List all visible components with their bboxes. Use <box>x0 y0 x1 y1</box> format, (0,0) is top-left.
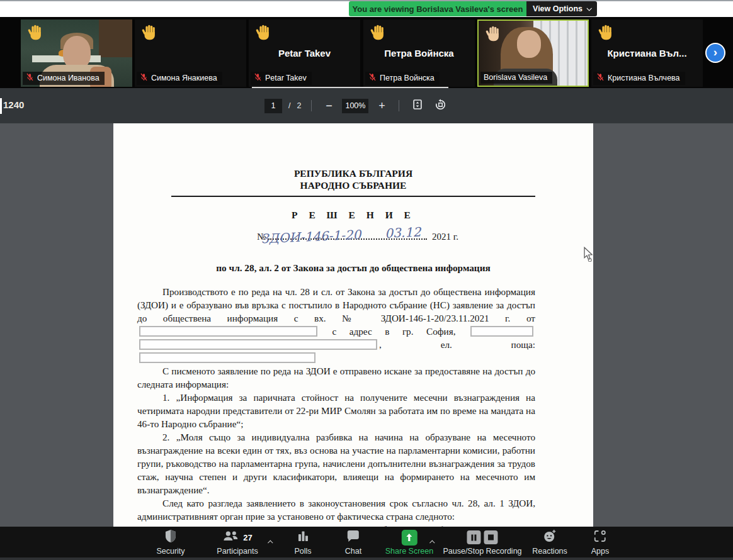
chevron-up-icon <box>429 540 435 545</box>
zoom-out-button[interactable]: − <box>322 99 336 113</box>
pdf-toolbar: 1240 1 / 2 − 100% + <box>0 88 733 123</box>
paragraph-1-text: Производството е по реда на чл. 28 и сл.… <box>137 286 535 323</box>
zoom-meeting-window: You are viewing Borislava Vasileva's scr… <box>0 0 733 560</box>
fit-page-button[interactable] <box>409 98 426 114</box>
share-screen-icon <box>402 530 418 546</box>
paragraph-1-text: , ел. поща: <box>379 339 535 350</box>
participant-tile-simona-yanakieva[interactable]: Симона Янакиева <box>135 20 246 87</box>
share-screen-button[interactable]: Share Screen <box>385 529 433 556</box>
mic-muted-icon <box>596 73 605 83</box>
participant-name-text: Симона Иванова <box>37 74 99 82</box>
document-subtitle: по чл. 28, ал. 2 от Закона за достъп до … <box>113 262 593 274</box>
redacted-address-box <box>139 339 377 350</box>
zoom-level: 100% <box>342 99 368 113</box>
page-number-input[interactable]: 1 <box>264 99 282 113</box>
participant-name-text: Borislava Vasileva <box>484 73 547 82</box>
participant-name-center: Петра Войнска <box>363 47 475 58</box>
chevron-down-icon <box>586 6 591 11</box>
paragraph-5: След като разгледа заявлението в законоу… <box>137 496 535 523</box>
pause-stop-recording-button[interactable]: Pause/Stop Recording <box>443 529 521 556</box>
participant-tile-kristiana-valcheva[interactable]: Кристиана Въл... Кристиана Вълчева <box>591 20 703 87</box>
share-screen-label: Share Screen <box>385 547 433 556</box>
participant-tile-petar-takev[interactable]: Petar Takev Petar Takev <box>249 20 360 87</box>
polls-label: Polls <box>294 547 311 556</box>
apps-icon <box>594 530 606 545</box>
participant-name-label: Петра Войнска <box>365 72 440 85</box>
participant-name-label: Borislava Vasileva <box>480 72 552 84</box>
participants-strip: Симона Иванова Симона Янакиева Petar Tak… <box>0 17 733 88</box>
dotted-line: ЗДОИ-146-1-20 03.12 <box>268 231 427 240</box>
redacted-email-box <box>139 352 315 363</box>
decision-number-line: №ЗДОИ-146-1-20 03.12 2021 г. <box>257 231 593 247</box>
participant-name-text: Петра Войнска <box>380 74 435 82</box>
participant-tile-simona-ivanova[interactable]: Симона Иванова <box>21 20 132 87</box>
document-body: Производството е по реда на чл. 28 и сл.… <box>113 285 593 527</box>
zoom-in-button[interactable]: + <box>375 99 389 113</box>
mic-muted-icon <box>254 73 262 83</box>
redacted-address-box <box>470 326 533 337</box>
page-total: 2 <box>297 101 301 110</box>
apps-label: Apps <box>591 547 610 556</box>
polls-button[interactable]: Polls <box>294 529 311 556</box>
participants-menu-chevron[interactable] <box>269 535 273 547</box>
paragraph-1-text: с адрес в гр. София, <box>332 326 456 337</box>
rotate-icon <box>435 99 446 113</box>
next-arrow-icon: › <box>713 46 717 58</box>
reactions-icon <box>543 529 557 546</box>
participant-name-center: Кристиана Въл... <box>591 47 703 58</box>
paragraph-3: 1. „Информация за паричната стойност на … <box>137 391 535 430</box>
record-label: Pause/Stop Recording <box>443 547 521 556</box>
document-header-line2: НАРОДНО СЪБРАНИЕ <box>113 179 593 191</box>
next-participants-button[interactable]: › <box>705 43 725 63</box>
participant-tile-petra-voynska[interactable]: Петра Войнска Петра Войнска <box>363 20 475 87</box>
reactions-label: Reactions <box>532 547 567 556</box>
chat-button[interactable]: Chat <box>345 529 361 556</box>
pdf-viewer-area[interactable]: РЕПУБЛИКА БЪЛГАРИЯ НАРОДНО СЪБРАНИЕ Р Е … <box>0 123 733 527</box>
apps-button[interactable]: Apps <box>591 529 610 556</box>
raised-hand-icon <box>598 24 614 43</box>
participants-icon <box>222 530 239 545</box>
view-options-button[interactable]: View Options <box>526 1 597 16</box>
participant-name-label: Petar Takev <box>251 72 312 85</box>
participants-count: 27 <box>243 533 252 542</box>
toolbar-divider <box>311 100 312 111</box>
participant-name-text: Симона Янакиева <box>151 74 217 82</box>
stop-recording-icon <box>484 530 498 544</box>
redacted-name-box <box>139 326 317 337</box>
chat-label: Chat <box>345 547 361 556</box>
toolbar-divider <box>399 100 399 111</box>
screen-share-banner-bar: You are viewing Borislava Vasileva's scr… <box>0 0 733 17</box>
rotate-button[interactable] <box>432 98 448 114</box>
truncated-title-edge <box>0 98 2 114</box>
pdf-document-title: 1240 <box>3 99 24 110</box>
participants-label: Participants <box>217 547 258 556</box>
cursor-icon <box>583 247 594 264</box>
polls-icon <box>297 530 309 545</box>
raised-hand-icon <box>485 25 501 44</box>
pause-recording-icon <box>467 530 481 544</box>
participant-name-label: Симона Янакиева <box>137 72 222 85</box>
chat-icon <box>346 530 360 545</box>
document-header-line1: РЕПУБЛИКА БЪЛГАРИЯ <box>113 167 593 179</box>
share-screen-menu-chevron[interactable] <box>431 535 435 547</box>
raised-hand-icon <box>27 24 43 43</box>
reactions-button[interactable]: Reactions <box>532 529 567 556</box>
participants-button[interactable]: 27 Participants <box>217 529 258 556</box>
chevron-up-icon <box>268 540 273 545</box>
participant-name-text: Кристиана Вълчева <box>608 74 680 82</box>
header-rule <box>171 196 535 197</box>
participant-tile-borislava-vasileva[interactable]: Borislava Vasileva <box>477 20 589 87</box>
participant-name-label: Кристиана Вълчева <box>593 72 685 85</box>
shield-icon <box>164 529 178 546</box>
security-button[interactable]: Security <box>156 529 185 556</box>
window-bottom-edge <box>0 557 733 560</box>
participant-name-center: Petar Takev <box>249 47 360 58</box>
fit-page-icon <box>412 99 423 113</box>
handwritten-number: ЗДОИ-146-1-20 03.12 <box>261 223 450 246</box>
mic-muted-icon <box>368 73 377 83</box>
raised-hand-icon <box>370 24 386 43</box>
meeting-toolbar: Security 27 Participants Polls Chat <box>0 527 733 560</box>
page-separator: / <box>288 101 290 110</box>
security-label: Security <box>156 547 185 556</box>
document-page: РЕПУБЛИКА БЪЛГАРИЯ НАРОДНО СЪБРАНИЕ Р Е … <box>113 123 593 527</box>
